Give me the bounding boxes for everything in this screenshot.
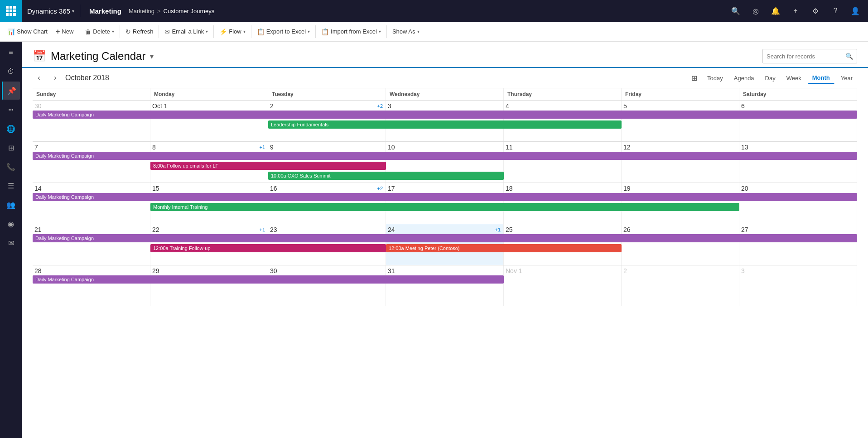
date-number-w5-d1: 28 — [34, 267, 42, 274]
event-mp1[interactable]: 12:00a Meeting Peter (Contoso) — [386, 244, 622, 252]
cal-cell-w4-d7[interactable]: 27 — [739, 224, 857, 265]
cal-cell-w2-d1[interactable]: 7 — [33, 142, 150, 183]
sidebar-phone-icon[interactable]: 📞 — [2, 158, 20, 176]
cal-cell-w3-d1[interactable]: 14 — [33, 183, 150, 224]
event-mit1[interactable]: Monthly Internal Training — [150, 203, 739, 211]
sidebar-people-icon[interactable]: 👥 — [2, 196, 20, 214]
cal-cell-w1-d1[interactable]: 30 — [33, 101, 150, 141]
date-number-w4-d2: 22 — [152, 226, 159, 233]
sidebar-list-icon[interactable]: ☰ — [2, 177, 20, 195]
search-box[interactable]: 🔍 — [762, 49, 857, 63]
date-number-w5-d6: 2 — [623, 267, 627, 274]
help-icon[interactable]: ? — [826, 2, 844, 20]
date-number-w4-d6: 26 — [623, 226, 631, 233]
event-dmc5[interactable]: Daily Marketing Campaign — [33, 275, 504, 284]
date-number-w3-d6: 19 — [623, 185, 631, 192]
cal-cell-w2-d7[interactable]: 13 — [739, 142, 857, 183]
week-4: 2122+12324+1252627Daily Marketing Campai… — [33, 224, 857, 265]
day-header-saturday: Saturday — [739, 88, 857, 100]
sidebar-more-button[interactable]: ••• — [2, 101, 20, 119]
delete-button[interactable]: 🗑 Delete ▾ — [81, 24, 118, 39]
cal-day-button[interactable]: Day — [761, 73, 780, 83]
event-cxo1[interactable]: 10:00a CXO Sales Summit — [268, 172, 504, 180]
date-number-w3-d4: 17 — [388, 185, 395, 192]
overflow-count-w4-d4[interactable]: +1 — [495, 227, 501, 232]
breadcrumb-current: Customer Journeys — [164, 8, 215, 14]
cal-cell-w4-d6[interactable]: 26 — [622, 224, 739, 265]
refresh-button[interactable]: ↻ Refresh — [122, 24, 157, 39]
cal-cell-w3-d7[interactable]: 20 — [739, 183, 857, 224]
user-icon[interactable]: 👤 — [846, 2, 864, 20]
page-header: 📅 Marketing Calendar ▾ 🔍 — [22, 42, 868, 68]
cal-cell-w2-d6[interactable]: 12 — [622, 142, 739, 183]
cal-cell-w5-d5[interactable]: Nov 1 — [504, 265, 622, 306]
cal-grid-view-icon[interactable]: ⊞ — [691, 74, 697, 82]
cal-cell-w5-d1[interactable]: 28 — [33, 265, 150, 306]
day-header-thursday: Thursday — [504, 88, 622, 100]
cal-month-button[interactable]: Month — [808, 72, 834, 84]
help-circle-icon[interactable]: ◎ — [747, 2, 765, 20]
flow-button[interactable]: ⚡ Flow ▾ — [216, 24, 249, 39]
event-fu1[interactable]: 8:00a Follow up emails for LF — [150, 162, 386, 170]
email-link-chevron-icon: ▾ — [206, 29, 208, 34]
show-as-button[interactable]: Show As ▾ — [389, 24, 423, 39]
event-dmc2[interactable]: Daily Marketing Campaign — [33, 152, 857, 160]
export-excel-button[interactable]: 📋 Export to Excel ▾ — [253, 24, 313, 39]
event-dmc4[interactable]: Daily Marketing Campaign — [33, 234, 857, 242]
cal-cell-w1-d7[interactable]: 6 — [739, 101, 857, 141]
sidebar-pinned-icon[interactable]: 📌 — [2, 82, 20, 100]
sidebar-menu-button[interactable]: ≡ — [2, 43, 20, 62]
cal-today-button[interactable]: Today — [703, 73, 728, 83]
cal-cell-w2-d5[interactable]: 11 — [504, 142, 622, 183]
event-lf1[interactable]: Leadership Fundamentals — [268, 120, 622, 129]
sidebar-circle-icon[interactable]: ◉ — [2, 215, 20, 233]
cal-agenda-button[interactable]: Agenda — [729, 73, 759, 83]
import-chevron-icon: ▾ — [379, 29, 381, 34]
cal-cell-w4-d1[interactable]: 21 — [33, 224, 150, 265]
search-nav-icon[interactable]: 🔍 — [727, 2, 745, 20]
app-name-text: Dynamics 365 — [27, 7, 70, 15]
cal-cell-w1-d2[interactable]: Oct 1 — [150, 101, 268, 141]
app-chevron-icon: ▾ — [72, 9, 74, 14]
sidebar-globe-icon[interactable]: 🌐 — [2, 120, 20, 138]
settings-icon[interactable]: ⚙ — [806, 2, 825, 20]
week-3: 141516+217181920Daily Marketing Campaign… — [33, 183, 857, 224]
cal-cell-w5-d4[interactable]: 31 — [386, 265, 504, 306]
cal-prev-button[interactable]: ‹ — [33, 72, 45, 84]
cal-cell-w5-d2[interactable]: 29 — [150, 265, 268, 306]
event-dmc3[interactable]: Daily Marketing Campaign — [33, 193, 857, 201]
search-input[interactable] — [767, 53, 843, 60]
breadcrumb-parent[interactable]: Marketing — [129, 8, 154, 14]
import-excel-button[interactable]: 📋 Import from Excel ▾ — [318, 24, 385, 39]
cal-year-button[interactable]: Year — [836, 73, 857, 83]
cal-next-button[interactable]: › — [49, 72, 62, 84]
overflow-count-w2-d2[interactable]: +1 — [259, 144, 265, 150]
cal-cell-w1-d6[interactable]: 5 — [622, 101, 739, 141]
day-header-sunday: Sunday — [33, 88, 150, 100]
sidebar-grid-icon[interactable]: ⊞ — [2, 139, 20, 157]
overflow-count-w4-d2[interactable]: +1 — [259, 227, 265, 232]
notification-icon[interactable]: 🔔 — [767, 2, 785, 20]
show-chart-button[interactable]: 📊 Show Chart — [4, 24, 51, 39]
event-dmc1[interactable]: Daily Marketing Campaign — [33, 111, 857, 119]
page-title-chevron-icon[interactable]: ▾ — [150, 52, 154, 61]
cal-cell-w5-d3[interactable]: 30 — [268, 265, 386, 306]
new-button[interactable]: + New — [52, 24, 77, 39]
sidebar-recent-icon[interactable]: ⏱ — [2, 63, 20, 81]
sidebar-mail-icon[interactable]: ✉ — [2, 234, 20, 252]
date-number-w1-d4: 3 — [388, 102, 391, 110]
cal-cell-w5-d7[interactable]: 3 — [739, 265, 857, 306]
event-tfu1[interactable]: 12:00a Training Follow-up — [150, 244, 386, 252]
cal-cell-w5-d6[interactable]: 2 — [622, 265, 739, 306]
email-link-button[interactable]: ✉ Email a Link ▾ — [161, 24, 212, 39]
cal-week-button[interactable]: Week — [782, 73, 806, 83]
app-grid-button[interactable] — [0, 0, 22, 22]
top-nav-icons: 🔍 ◎ 🔔 + ⚙ ? 👤 — [727, 2, 868, 20]
dynamics-app-label[interactable]: Dynamics 365 ▾ — [22, 0, 78, 22]
overflow-count-w3-d3[interactable]: +2 — [377, 186, 383, 191]
main-layout: ≡ ⏱ 📌 ••• 🌐 ⊞ 📞 ☰ 👥 ◉ ✉ 📅 Marketing Cale… — [0, 42, 868, 438]
grid-icon — [6, 6, 16, 16]
new-item-icon[interactable]: + — [786, 2, 805, 20]
date-number-w4-d3: 23 — [270, 226, 277, 233]
overflow-count-w1-d3[interactable]: +2 — [377, 103, 383, 109]
